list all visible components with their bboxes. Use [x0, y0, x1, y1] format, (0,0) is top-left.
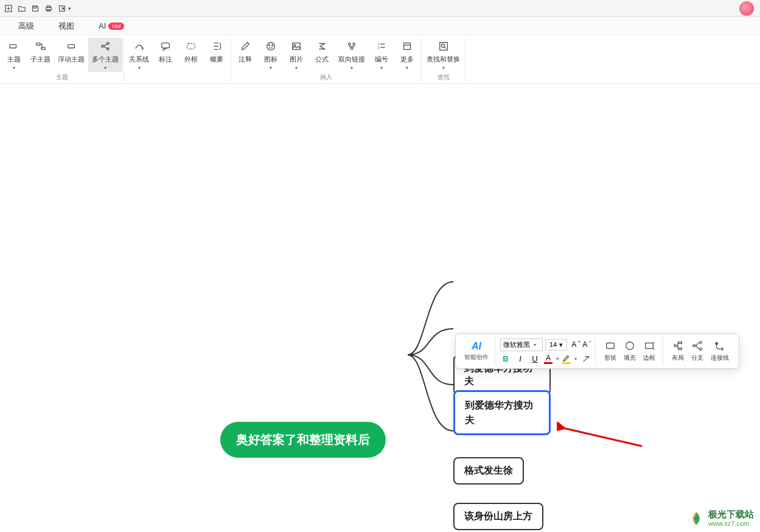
increase-font-button[interactable]: A+ — [570, 340, 578, 349]
relation-button[interactable]: 关系线 ▾ — [125, 38, 153, 72]
chevron-down-icon[interactable]: ▾ — [556, 356, 559, 362]
layout-label: 布局 — [672, 354, 684, 362]
ribbon-group-insert: 注释 图标 ▾ 图片 ▾ 公式 双向链接 ▾ 12 — [231, 38, 422, 81]
font-section: 微软雅黑▾ 14▾ A+ A− B I U A ▾ — [497, 337, 596, 366]
multiple-topic-button[interactable]: 多个主题 ▾ — [88, 38, 122, 72]
topic-icon — [8, 40, 20, 52]
relation-icon — [133, 40, 145, 52]
font-color-button[interactable]: A — [544, 354, 553, 364]
open-icon[interactable] — [16, 2, 28, 15]
highlight-button[interactable] — [562, 354, 571, 364]
floating-topic-button[interactable]: 浮动主题 — [54, 38, 88, 65]
watermark-logo-icon — [688, 510, 705, 527]
formula-button[interactable]: 公式 — [309, 38, 335, 65]
shape-button[interactable]: 形状 — [601, 340, 620, 362]
mindmap-canvas[interactable]: 奥好答案了和整理资料后 到爱德华方搜功夫 到爱德华方搜功夫 格式发生徐 该身份山… — [0, 84, 760, 532]
image-button[interactable]: 图片 ▾ — [284, 38, 309, 72]
border-button[interactable]: 边框 — [640, 340, 659, 362]
export-dropdown-icon[interactable]: ▾ — [68, 5, 71, 12]
floating-icon — [65, 40, 77, 52]
number-label: 编号 — [375, 55, 388, 64]
italic-button[interactable]: I — [515, 354, 526, 365]
callout-button[interactable]: 标注 — [153, 38, 178, 65]
menu-ai[interactable]: AI Hot — [99, 21, 124, 30]
mindmap-root-node[interactable]: 奥好答案了和整理资料后 — [220, 422, 386, 458]
underline-button[interactable]: U — [529, 354, 540, 365]
border-label: 边框 — [643, 354, 655, 362]
multiple-icon — [99, 40, 111, 52]
menu-bar: 高级 视图 AI Hot — [0, 17, 760, 35]
formula-label: 公式 — [315, 55, 329, 64]
svg-rect-40 — [678, 348, 682, 350]
summary-icon — [211, 40, 223, 52]
find-icon — [438, 40, 450, 52]
export-icon[interactable] — [56, 2, 68, 15]
mindmap-child-node[interactable]: 格式发生徐 — [453, 457, 524, 485]
ai-label: 智能创作 — [464, 353, 489, 362]
subtopic-button[interactable]: 子主题 — [27, 38, 54, 65]
number-icon: 12 — [375, 40, 388, 52]
icon-button[interactable]: 图标 ▾ — [258, 38, 284, 72]
branch-button[interactable]: 分支 — [688, 340, 707, 362]
chevron-down-icon: ▾ — [406, 65, 408, 71]
user-avatar[interactable] — [739, 1, 754, 16]
chevron-down-icon: ▾ — [13, 65, 15, 71]
svg-rect-37 — [646, 343, 654, 349]
boundary-button[interactable]: 外框 — [178, 38, 204, 65]
save-icon[interactable] — [29, 2, 41, 15]
branch-label: 分支 — [691, 354, 703, 362]
menu-advanced[interactable]: 高级 — [18, 21, 34, 32]
shape-label: 形状 — [604, 354, 616, 362]
find-label: 查找和替换 — [427, 55, 460, 64]
annotation-arrow — [557, 422, 648, 458]
mindmap-child-node[interactable]: 该身份山房上方 — [453, 503, 543, 530]
hyperlink-button[interactable]: 双向链接 ▾ — [335, 38, 369, 72]
svg-point-19 — [272, 44, 273, 46]
watermark-title: 极光下载站 — [708, 509, 754, 520]
group-label-find: 查找 — [438, 72, 450, 83]
font-family-select[interactable]: 微软雅黑▾ — [500, 338, 543, 351]
boundary-icon — [185, 40, 197, 52]
fill-button[interactable]: 填充 — [620, 340, 640, 362]
more-button[interactable]: 更多 ▾ — [394, 38, 420, 72]
clear-format-button[interactable] — [580, 354, 591, 365]
node-text: 到爱德华方搜功夫 — [465, 398, 539, 427]
group-label-topic: 主题 — [56, 72, 68, 83]
bold-button[interactable]: B — [500, 354, 511, 365]
note-button[interactable]: 注释 — [232, 38, 258, 65]
topic-button[interactable]: 主题 ▾ — [1, 38, 27, 72]
decrease-font-button[interactable]: A− — [580, 340, 589, 349]
layout-button[interactable]: 布局 — [668, 340, 688, 362]
new-icon[interactable] — [2, 2, 15, 15]
summary-label: 概要 — [210, 55, 223, 64]
number-button[interactable]: 12 编号 ▾ — [369, 38, 394, 72]
svg-text:2: 2 — [378, 46, 380, 49]
svg-rect-11 — [68, 44, 75, 47]
svg-point-41 — [693, 345, 696, 347]
callout-icon — [159, 40, 172, 52]
svg-point-12 — [102, 45, 104, 47]
link-icon — [346, 40, 358, 52]
font-size-select[interactable]: 14▾ — [545, 339, 567, 351]
svg-point-44 — [716, 343, 718, 345]
svg-point-17 — [267, 43, 275, 51]
hyperlink-label: 双向链接 — [338, 55, 365, 64]
formula-icon — [316, 40, 328, 52]
note-label: 注释 — [239, 55, 252, 64]
mindmap-child-node-selected[interactable]: 到爱德华方搜功夫 — [453, 390, 551, 435]
shape-section: 形状 填充 边框 — [597, 337, 663, 366]
connector-button[interactable]: 连接线 — [707, 340, 733, 362]
font-size: 14 — [549, 341, 557, 348]
chevron-down-icon: ▾ — [380, 65, 383, 71]
menu-view[interactable]: 视图 — [58, 21, 74, 32]
chevron-down-icon[interactable]: ▾ — [574, 356, 577, 362]
relation-label: 关系线 — [129, 55, 149, 64]
svg-rect-16 — [187, 44, 195, 49]
svg-rect-8 — [10, 44, 16, 47]
summary-button[interactable]: 概要 — [204, 38, 229, 65]
more-label: 更多 — [400, 55, 414, 64]
print-icon[interactable] — [43, 2, 55, 15]
svg-point-38 — [674, 345, 677, 347]
ai-create-button[interactable]: AI 智能创作 — [458, 337, 495, 366]
find-replace-button[interactable]: 查找和替换 ▾ — [423, 38, 464, 72]
